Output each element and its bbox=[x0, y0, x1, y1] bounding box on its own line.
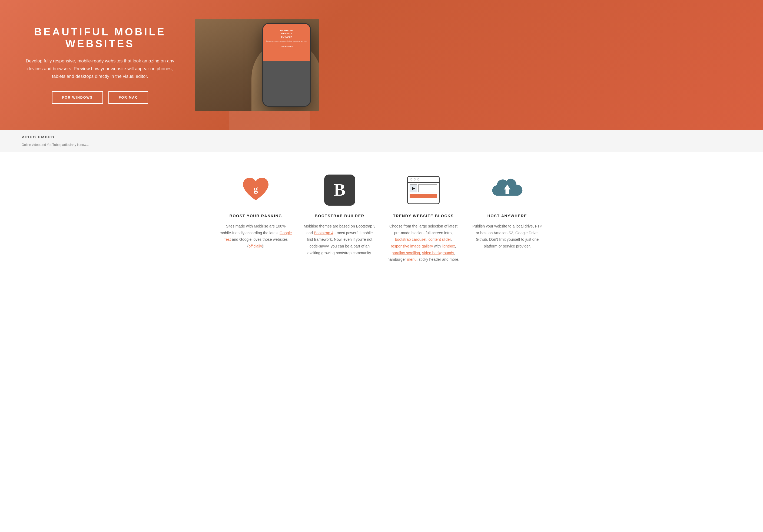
bootstrap4-link[interactable]: Bootstrap 4 bbox=[314, 231, 333, 235]
google-test-link[interactable]: Google Test bbox=[224, 231, 292, 242]
hero-desc-link[interactable]: mobile-ready websites bbox=[78, 58, 123, 63]
lightbox-link[interactable]: lightbox bbox=[442, 244, 455, 248]
officially-link[interactable]: officially bbox=[249, 244, 262, 248]
parallax-link[interactable]: parallax scrolling bbox=[392, 251, 420, 255]
cloud-icon bbox=[491, 176, 523, 204]
browser-body: ▶ bbox=[408, 183, 439, 200]
hero-buttons: FOR WINDOWS FOR MAC bbox=[22, 91, 178, 104]
feature-trendy-title: TRENDY WEBSITE BLOCKS bbox=[393, 214, 454, 218]
hero-desc-text-before: Develop fully responsive, bbox=[26, 58, 77, 63]
bootstrap-carousel-link[interactable]: bootstrap carousel bbox=[395, 237, 426, 241]
mac-button[interactable]: FOR MAC bbox=[108, 91, 148, 104]
features-section: g BOOST YOUR RANKING Sites made with Mob… bbox=[0, 152, 763, 285]
svg-text:g: g bbox=[254, 184, 258, 194]
feature-trendy: ▶ TRENDY WEBSITE BLOCKS Choose from the … bbox=[387, 174, 460, 263]
feature-bootstrap-title: BOOTSTRAP BUILDER bbox=[315, 214, 364, 218]
video-embed-title: VIDEO EMBED bbox=[22, 135, 741, 139]
browser-icon: ▶ bbox=[407, 176, 440, 204]
host-icon-container bbox=[491, 174, 523, 206]
hero-text-block: BEAUTIFUL MOBILE WEBSITES Develop fully … bbox=[22, 26, 178, 104]
windows-button[interactable]: FOR WINDOWS bbox=[52, 91, 103, 104]
browser-row: ▶ bbox=[410, 184, 437, 192]
hero-description: Develop fully responsive, mobile-ready w… bbox=[22, 57, 178, 80]
phone-screen-title: MOBIRISEWEBSITEBUILDER bbox=[280, 29, 293, 39]
feature-boost: g BOOST YOUR RANKING Sites made with Mob… bbox=[219, 174, 292, 263]
hero-image: MOBIRISEWEBSITEBUILDER Create awesome no… bbox=[195, 19, 319, 111]
hero-title: BEAUTIFUL MOBILE WEBSITES bbox=[22, 26, 178, 50]
browser-block-cursor: ▶ bbox=[410, 184, 417, 192]
menu-link[interactable]: menu bbox=[407, 257, 416, 262]
video-embed-banner: VIDEO EMBED Online video and YouTube par… bbox=[0, 130, 763, 152]
video-embed-divider bbox=[22, 141, 30, 141]
feature-boost-title: BOOST YOUR RANKING bbox=[230, 214, 282, 218]
responsive-gallery-link[interactable]: responsive image gallery bbox=[391, 244, 433, 248]
bootstrap-icon-container: B bbox=[323, 174, 356, 206]
hero-content: BEAUTIFUL MOBILE WEBSITES Develop fully … bbox=[0, 3, 763, 127]
feature-bootstrap-desc: Mobirise themes are based on Bootstrap 3… bbox=[303, 223, 376, 256]
trendy-icon-container: ▶ bbox=[407, 174, 440, 206]
feature-host-desc: Publish your website to a local drive, F… bbox=[471, 223, 544, 250]
phone-download-btn: FOR WINDOWS bbox=[278, 44, 295, 48]
feature-host-title: HOST ANYWHERE bbox=[488, 214, 527, 218]
browser-dot-1 bbox=[410, 178, 412, 180]
cursor-icon: ▶ bbox=[412, 186, 415, 191]
phone-mockup: MOBIRISEWEBSITEBUILDER Create awesome no… bbox=[262, 23, 311, 107]
browser-bar bbox=[408, 177, 439, 183]
hero-section: BEAUTIFUL MOBILE WEBSITES Develop fully … bbox=[0, 0, 763, 130]
phone-screen: MOBIRISEWEBSITEBUILDER Create awesome no… bbox=[263, 24, 310, 106]
browser-dot-2 bbox=[414, 178, 416, 180]
video-embed-text: Online video and YouTube particularly is… bbox=[22, 143, 741, 147]
phone-screen-sub: Create awesome no-code websites. No codi… bbox=[266, 40, 307, 43]
boost-icon-container: g bbox=[240, 174, 272, 206]
feature-boost-desc: Sites made with Mobirise are 100% mobile… bbox=[219, 223, 292, 250]
feature-bootstrap: B BOOTSTRAP BUILDER Mobirise themes are … bbox=[303, 174, 376, 263]
heart-icon: g bbox=[241, 176, 271, 204]
browser-block-content bbox=[418, 184, 437, 192]
feature-trendy-desc: Choose from the large selection of lates… bbox=[387, 223, 460, 263]
feature-host: HOST ANYWHERE Publish your website to a … bbox=[471, 174, 544, 263]
video-bg-link[interactable]: video backgrounds bbox=[422, 251, 454, 255]
bootstrap-icon: B bbox=[324, 175, 355, 206]
content-slider-link[interactable]: content slider bbox=[428, 237, 451, 241]
browser-block-bottom bbox=[410, 194, 437, 198]
features-grid: g BOOST YOUR RANKING Sites made with Mob… bbox=[219, 174, 544, 263]
browser-dot-3 bbox=[417, 178, 419, 180]
